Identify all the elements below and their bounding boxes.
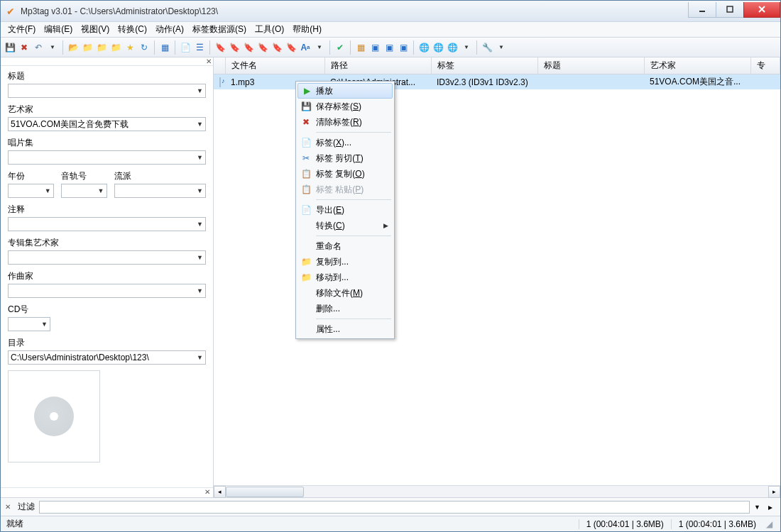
sort-icon[interactable]: ▣ bbox=[397, 41, 410, 54]
globe1-icon[interactable]: 🌐 bbox=[432, 41, 444, 54]
album-field[interactable]: ▼ bbox=[8, 150, 206, 165]
chevron-down-icon: ▼ bbox=[197, 121, 203, 128]
ctx-properties[interactable]: 属性... bbox=[297, 321, 393, 337]
save-icon[interactable]: 💾 bbox=[4, 41, 16, 54]
chevron-down-icon[interactable]: ▼ bbox=[754, 504, 760, 511]
folder-up-icon[interactable]: 📁 bbox=[95, 41, 108, 54]
delete-icon[interactable]: ✖ bbox=[18, 41, 31, 54]
filter-go-icon[interactable]: ▸ bbox=[765, 502, 776, 512]
ctx-export[interactable]: 📄导出(E) bbox=[297, 202, 393, 218]
ctx-cut[interactable]: ✂标签 剪切(T) bbox=[297, 150, 393, 166]
status-ready: 就绪 bbox=[6, 518, 579, 530]
title-field[interactable]: ▼ bbox=[8, 84, 206, 98]
menu-help[interactable]: 帮助(H) bbox=[288, 22, 326, 37]
ctx-remove[interactable]: 移除文件(M) bbox=[297, 285, 393, 301]
folder-play-icon[interactable]: 📁 bbox=[109, 41, 122, 54]
comment-field[interactable]: ▼ bbox=[8, 217, 206, 231]
table-icon[interactable]: ▦ bbox=[354, 41, 367, 54]
dropdown-icon[interactable]: ▼ bbox=[313, 41, 326, 54]
tag-to-text-icon[interactable]: 🔖 bbox=[285, 41, 297, 54]
file-to-file-icon[interactable]: 🔖 bbox=[242, 41, 255, 54]
star-icon[interactable]: ★ bbox=[124, 41, 136, 54]
chevron-down-icon: ▼ bbox=[197, 287, 203, 294]
cover-art[interactable] bbox=[8, 370, 100, 462]
menu-action[interactable]: 动作(A) bbox=[151, 22, 188, 37]
col-path[interactable]: 路径 bbox=[325, 57, 432, 74]
cell-tag: ID3v2.3 (ID3v1 ID3v2.3) bbox=[431, 77, 537, 87]
export-icon: 📄 bbox=[300, 204, 312, 216]
playlist-icon[interactable]: ☰ bbox=[193, 41, 206, 54]
col-icon[interactable] bbox=[214, 57, 226, 74]
ctx-tags[interactable]: 📄标签(X)... bbox=[297, 135, 393, 150]
maximize-button[interactable] bbox=[716, 2, 744, 18]
dir-field[interactable]: C:\Users\Administrator\Desktop\123\▼ bbox=[8, 350, 206, 365]
dropdown-icon[interactable]: ▼ bbox=[495, 41, 508, 54]
composer-field[interactable]: ▼ bbox=[8, 284, 206, 298]
window-controls bbox=[689, 2, 780, 18]
statusbar: 就绪 1 (00:04:01 | 3.6MB) 1 (00:04:01 | 3.… bbox=[1, 516, 780, 531]
menu-edit[interactable]: 编辑(E) bbox=[40, 22, 77, 37]
genre-field[interactable]: ▼ bbox=[114, 184, 207, 198]
cdno-field[interactable]: ▼ bbox=[8, 317, 50, 331]
albumartist-field[interactable]: ▼ bbox=[8, 250, 206, 265]
check-icon[interactable]: ✔ bbox=[334, 41, 346, 54]
panel-close-icon[interactable]: ✕ bbox=[1, 57, 213, 66]
scroll-thumb[interactable] bbox=[226, 487, 304, 497]
toolbar-separator bbox=[329, 40, 330, 55]
file-to-tag-icon[interactable]: 🔖 bbox=[228, 41, 241, 54]
text-to-tag-icon[interactable]: 🔖 bbox=[256, 41, 269, 54]
ctx-moveto[interactable]: 📁移动到... bbox=[297, 270, 393, 285]
ctx-copy[interactable]: 📋标签 复制(O) bbox=[297, 166, 393, 182]
globe2-icon[interactable]: 🌐 bbox=[446, 41, 459, 54]
folder-add-icon[interactable]: 📁 bbox=[81, 41, 94, 54]
undo-icon[interactable]: ↶ bbox=[32, 41, 45, 54]
dir-label: 目录 bbox=[8, 337, 206, 349]
wrench-icon[interactable]: 🔧 bbox=[481, 41, 493, 54]
col-filename[interactable]: 文件名 bbox=[226, 57, 325, 74]
ctx-delete[interactable]: 删除... bbox=[297, 301, 393, 316]
col-extra[interactable]: 专 bbox=[751, 57, 780, 74]
save-icon: 💾 bbox=[300, 101, 312, 112]
refresh-icon[interactable]: ↻ bbox=[138, 41, 151, 54]
ctx-convert[interactable]: 转换(C)▶ bbox=[297, 218, 393, 233]
horizontal-scrollbar[interactable]: ◂ ▸ bbox=[214, 485, 780, 497]
tag-to-tag-icon[interactable]: 🔖 bbox=[271, 41, 283, 54]
menu-tagsource[interactable]: 标签数据源(S) bbox=[188, 22, 251, 37]
track-field[interactable]: ▼ bbox=[61, 184, 107, 198]
list-icon[interactable]: ▦ bbox=[158, 41, 171, 54]
menu-file[interactable]: 文件(F) bbox=[4, 22, 40, 37]
year-field[interactable]: ▼ bbox=[8, 184, 54, 198]
artist-field[interactable]: 51VOA.COM美国之音免费下载▼ bbox=[8, 117, 206, 131]
tag-to-file-icon[interactable]: 🔖 bbox=[214, 41, 226, 54]
col-tag[interactable]: 标签 bbox=[432, 57, 538, 74]
dropdown-icon[interactable]: ▼ bbox=[46, 41, 59, 54]
col-title[interactable]: 标题 bbox=[538, 57, 645, 74]
panel-close2-icon[interactable]: ✕ bbox=[1, 487, 213, 497]
folder-config-icon[interactable]: ▣ bbox=[383, 41, 395, 54]
number-icon[interactable]: ▣ bbox=[368, 41, 381, 54]
actions-icon[interactable]: Aa bbox=[299, 41, 312, 54]
ctx-rename[interactable]: 重命名 bbox=[297, 238, 393, 254]
menu-view[interactable]: 视图(V) bbox=[77, 22, 114, 37]
col-artist[interactable]: 艺术家 bbox=[645, 57, 751, 74]
ctx-copyto[interactable]: 📁复制到... bbox=[297, 254, 393, 270]
link-icon[interactable]: 🌐 bbox=[417, 41, 430, 54]
ctx-play[interactable]: ▶播放 bbox=[297, 83, 393, 99]
scroll-left-icon[interactable]: ◂ bbox=[214, 486, 226, 498]
toolbar-separator bbox=[350, 40, 351, 55]
resize-grip-icon[interactable]: ◢ bbox=[763, 519, 775, 529]
filter-input[interactable] bbox=[39, 501, 750, 514]
ctx-clear[interactable]: ✖清除标签(R) bbox=[297, 114, 393, 130]
ctx-save[interactable]: 💾保存标签(S) bbox=[297, 99, 393, 114]
export-icon[interactable]: 📄 bbox=[179, 41, 192, 54]
menu-convert[interactable]: 转换(C) bbox=[114, 22, 151, 37]
menu-tools[interactable]: 工具(O) bbox=[251, 22, 288, 37]
dropdown-icon[interactable]: ▼ bbox=[460, 41, 473, 54]
close-button[interactable] bbox=[743, 2, 780, 18]
folder-open-icon[interactable]: 📂 bbox=[67, 41, 80, 54]
titlebar: ✔ Mp3tag v3.01 - C:\Users\Administrator\… bbox=[1, 1, 780, 22]
minimize-button[interactable] bbox=[688, 2, 716, 18]
grid-header: 文件名 路径 标签 标题 艺术家 专 bbox=[214, 57, 780, 74]
scroll-right-icon[interactable]: ▸ bbox=[768, 486, 780, 498]
filter-close-icon[interactable]: ✕ bbox=[5, 503, 13, 511]
